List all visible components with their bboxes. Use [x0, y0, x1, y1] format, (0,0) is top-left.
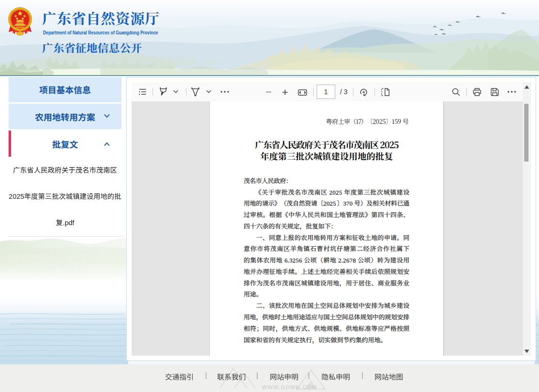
svg-text:WWW.GDMM.COM: WWW.GDMM.COM	[262, 384, 317, 390]
